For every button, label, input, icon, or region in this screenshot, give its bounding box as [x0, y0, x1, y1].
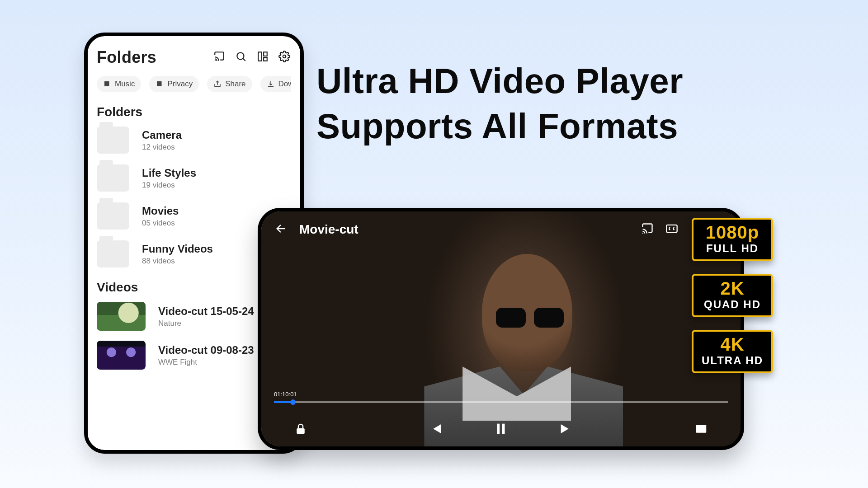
- search-icon[interactable]: [235, 51, 247, 64]
- svg-rect-11: [297, 428, 305, 434]
- badge-bottom: FULL HD: [702, 242, 763, 255]
- folder-icon: [97, 202, 129, 230]
- video-content: [496, 308, 564, 328]
- svg-rect-14: [696, 425, 707, 433]
- badge-top: 2K: [702, 279, 763, 297]
- folder-name: Life Styles: [142, 167, 196, 179]
- badge-2k: 2K QUAD HD: [692, 274, 773, 317]
- svg-rect-12: [497, 424, 500, 434]
- video-name: Video-cut 09-08-23: [158, 344, 254, 357]
- video-thumbnail: [97, 341, 146, 370]
- svg-point-0: [215, 60, 216, 61]
- tab-label: Privacy: [167, 80, 193, 89]
- folder-name: Movies: [142, 205, 179, 217]
- badge-bottom: QUAD HD: [702, 298, 763, 311]
- captions-icon[interactable]: [665, 222, 678, 237]
- tab-downloader[interactable]: Downloader: [260, 76, 291, 92]
- toolbar: [213, 51, 290, 64]
- svg-rect-2: [258, 52, 262, 61]
- fullscreen-icon[interactable]: [694, 422, 708, 437]
- svg-rect-4: [264, 57, 267, 61]
- badge-top: 4K: [702, 335, 763, 353]
- tab-label: Downloader: [278, 80, 291, 89]
- grid-view-icon[interactable]: [257, 51, 269, 64]
- folder-name: Camera: [142, 129, 182, 141]
- lock-icon[interactable]: [294, 422, 307, 437]
- badge-top: 1080p: [702, 223, 763, 241]
- badge-1080p: 1080p FULL HD: [692, 218, 773, 261]
- svg-rect-3: [264, 52, 267, 56]
- phone-player: Movie-cut 01:10:01: [258, 208, 744, 450]
- video-thumbnail: [97, 302, 146, 331]
- progress-bar[interactable]: [274, 401, 728, 403]
- player-controls: [261, 421, 741, 438]
- tab-share[interactable]: Share: [207, 76, 252, 92]
- headline-line2: Supports All Formats: [316, 106, 678, 146]
- video-category: WWE Fight: [158, 358, 254, 367]
- svg-point-5: [283, 55, 286, 58]
- tab-music[interactable]: Music: [97, 76, 141, 92]
- folder-icon: [97, 240, 129, 267]
- folder-name: Funny Videos: [142, 243, 213, 255]
- headline-line1: Ultra HD Video Player: [316, 61, 683, 101]
- svg-point-6: [642, 233, 643, 234]
- folder-row[interactable]: Life Styles 19 videos: [97, 164, 291, 192]
- svg-rect-13: [502, 424, 505, 434]
- pause-icon[interactable]: [493, 421, 509, 438]
- folder-count: 88 videos: [142, 257, 213, 266]
- settings-icon[interactable]: [278, 51, 290, 64]
- next-track-icon[interactable]: [558, 421, 574, 438]
- folder-icon: [97, 164, 129, 192]
- svg-point-1: [237, 52, 244, 59]
- cast-icon[interactable]: [641, 222, 654, 237]
- cast-icon[interactable]: [213, 51, 225, 64]
- player-topbar: Movie-cut: [261, 211, 741, 248]
- tab-privacy[interactable]: Privacy: [149, 76, 199, 92]
- promo-canvas: Folders Music: [0, 0, 868, 488]
- video-frame[interactable]: Movie-cut 01:10:01: [261, 211, 741, 446]
- folder-icon: [97, 127, 129, 154]
- video-category: Nature: [158, 319, 254, 328]
- video-name: Video-cut 15-05-24: [158, 305, 254, 318]
- svg-rect-7: [666, 225, 677, 232]
- folder-count: 19 videos: [142, 181, 196, 190]
- section-folders: Folders: [97, 105, 291, 119]
- badge-4k: 4K ULTRA HD: [692, 330, 773, 373]
- category-tabs: Music Privacy Share Downloader: [97, 76, 291, 92]
- folder-count: 05 videos: [142, 219, 179, 228]
- promo-headline: Ultra HD Video Player Supports All Forma…: [316, 59, 683, 149]
- elapsed-time: 01:10:01: [274, 391, 297, 398]
- back-icon[interactable]: [275, 222, 288, 237]
- folder-row[interactable]: Camera 12 videos: [97, 127, 291, 154]
- player-title: Movie-cut: [299, 222, 359, 237]
- badge-bottom: ULTRA HD: [702, 354, 763, 367]
- resolution-badges: 1080p FULL HD 2K QUAD HD 4K ULTRA HD: [692, 218, 773, 373]
- tab-label: Share: [225, 80, 245, 89]
- folder-count: 12 videos: [142, 143, 182, 152]
- tab-label: Music: [115, 80, 135, 89]
- prev-track-icon[interactable]: [428, 421, 443, 438]
